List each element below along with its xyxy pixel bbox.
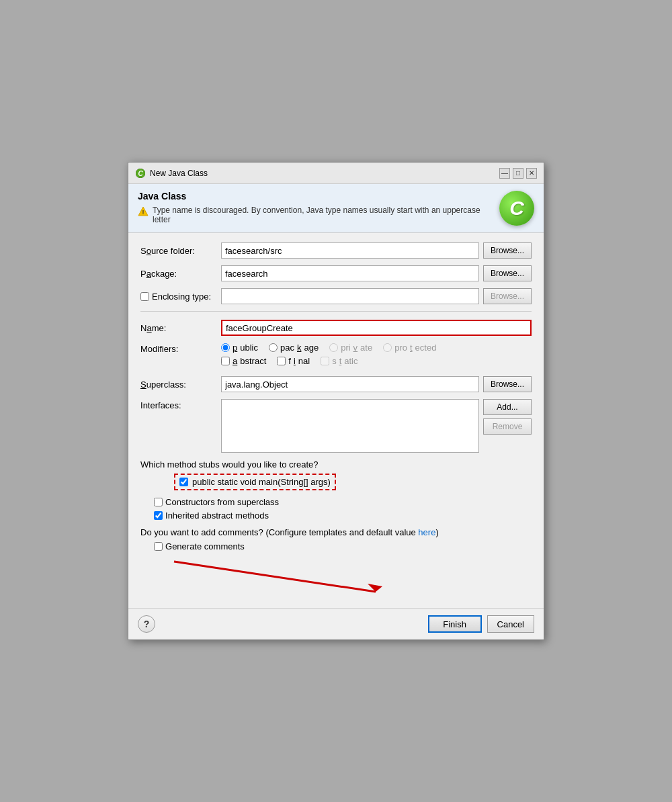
stub-inherited-checkbox[interactable] xyxy=(154,511,163,520)
interfaces-add-button[interactable]: Add... xyxy=(483,399,532,415)
interfaces-content: Add... Remove xyxy=(221,399,532,453)
dialog-footer: ? Finish Cancel xyxy=(128,608,544,639)
enclosing-type-input[interactable] xyxy=(221,288,479,304)
header-title: Java Class xyxy=(138,191,493,202)
window-controls: — □ ✕ xyxy=(499,168,537,179)
modifier-public-label[interactable]: public xyxy=(221,343,258,353)
minimize-button[interactable]: — xyxy=(499,168,510,179)
title-bar: C New Java Class — □ ✕ xyxy=(128,163,544,184)
package-input-group: Browse... xyxy=(221,265,532,281)
eclipse-logo: C xyxy=(499,191,534,226)
enclosing-type-browse-button[interactable]: Browse... xyxy=(483,288,532,304)
generate-comments-label[interactable]: Generate comments xyxy=(154,541,245,551)
modifier-abstract-checkbox[interactable] xyxy=(221,357,230,365)
generate-comments-item: Generate comments xyxy=(154,541,532,551)
enclosing-type-label: Enclosing type: xyxy=(152,292,211,302)
arrow-area xyxy=(140,558,532,598)
modifier-private-radio[interactable] xyxy=(329,343,338,352)
modifier-package-radio[interactable] xyxy=(269,343,278,352)
stub-inherited-text: Inherited abstract methods xyxy=(165,510,269,521)
package-input[interactable] xyxy=(221,265,479,281)
interfaces-buttons: Add... Remove xyxy=(483,399,532,453)
stub-inherited-item: Inherited abstract methods xyxy=(154,510,532,521)
footer-right: Finish Cancel xyxy=(428,615,534,633)
modifiers-content: public package private protected xyxy=(221,343,532,369)
modifiers-checkbox-line: abstract final static xyxy=(221,356,532,366)
stub-main-label[interactable]: public static void main(String[] args) xyxy=(174,474,336,490)
stub-constructors-label[interactable]: Constructors from superclass xyxy=(154,497,279,507)
warning-icon: ! xyxy=(138,206,149,217)
separator-1 xyxy=(140,311,532,312)
generate-comments-checkbox[interactable] xyxy=(154,542,163,551)
package-browse-button[interactable]: Browse... xyxy=(483,265,532,281)
help-button[interactable]: ? xyxy=(138,615,155,633)
name-row: Name: xyxy=(140,320,532,336)
enclosing-type-input-group: Browse... xyxy=(221,288,532,304)
modifier-package-label[interactable]: package xyxy=(269,343,319,353)
generate-comments-text: Generate comments xyxy=(165,541,245,551)
modifier-protected-radio[interactable] xyxy=(383,343,392,352)
cancel-button[interactable]: Cancel xyxy=(487,615,534,633)
arrow-annotation xyxy=(167,558,396,595)
source-folder-input[interactable] xyxy=(221,242,479,259)
modifier-protected-label[interactable]: protected xyxy=(383,343,436,353)
name-label: Name: xyxy=(140,323,221,333)
enclosing-type-row: Enclosing type: Browse... xyxy=(140,288,532,304)
name-input[interactable] xyxy=(221,320,532,336)
comments-here-link[interactable]: here xyxy=(418,527,435,537)
comments-title: Do you want to add comments? (Configure … xyxy=(140,527,532,537)
header-warning: ! Type name is discouraged. By conventio… xyxy=(138,206,493,224)
svg-text:C: C xyxy=(138,170,143,177)
svg-text:!: ! xyxy=(142,209,144,216)
stub-constructors-item: Constructors from superclass xyxy=(154,497,532,507)
modifiers-row: Modifiers: public package private xyxy=(140,343,532,369)
superclass-input[interactable] xyxy=(221,376,479,392)
modifier-abstract-label[interactable]: abstract xyxy=(221,356,266,366)
superclass-row: Superclass: Browse... xyxy=(140,376,532,392)
modifier-public-radio[interactable] xyxy=(221,343,230,352)
maximize-button[interactable]: □ xyxy=(513,168,523,179)
stub-constructors-checkbox[interactable] xyxy=(154,498,163,506)
source-folder-row: Source folder: Browse... xyxy=(140,242,532,259)
modifier-static-checkbox[interactable] xyxy=(321,357,329,365)
modifier-private-label[interactable]: private xyxy=(329,343,372,353)
interfaces-label: Interfaces: xyxy=(140,399,221,410)
interfaces-row: Interfaces: Add... Remove xyxy=(140,399,532,453)
window-title: New Java Class xyxy=(150,169,499,178)
superclass-label: Superclass: xyxy=(140,380,221,390)
close-button[interactable]: ✕ xyxy=(526,168,537,179)
comments-section: Do you want to add comments? (Configure … xyxy=(140,527,532,551)
interfaces-remove-button[interactable]: Remove xyxy=(483,418,532,435)
svg-line-5 xyxy=(174,562,376,592)
modifiers-radio-line: public package private protected xyxy=(221,343,532,353)
warning-text: Type name is discouraged. By convention,… xyxy=(153,206,493,224)
comments-title-text2: ) xyxy=(435,527,438,537)
finish-button[interactable]: Finish xyxy=(428,615,482,633)
name-input-group xyxy=(221,320,532,336)
modifier-final-checkbox[interactable] xyxy=(277,357,286,365)
modifiers-label: Modifiers: xyxy=(140,343,221,354)
source-folder-browse-button[interactable]: Browse... xyxy=(483,242,532,259)
stub-inherited-label[interactable]: Inherited abstract methods xyxy=(154,510,269,521)
enclosing-type-checkbox[interactable] xyxy=(140,292,149,301)
superclass-input-group: Browse... xyxy=(221,376,532,392)
superclass-browse-button[interactable]: Browse... xyxy=(483,376,532,392)
enclosing-type-label-group: Enclosing type: xyxy=(140,292,221,302)
stub-main-checkbox[interactable] xyxy=(179,478,188,486)
stub-constructors-text: Constructors from superclass xyxy=(165,497,279,507)
window-icon: C xyxy=(135,168,146,179)
comments-title-text1: Do you want to add comments? (Configure … xyxy=(140,527,418,537)
stubs-section: Which method stubs would you like to cre… xyxy=(140,459,532,521)
dialog-header: Java Class ! Type name is discouraged. B… xyxy=(128,184,544,233)
package-row: Package: Browse... xyxy=(140,265,532,281)
dialog-body: Source folder: Browse... Package: Browse… xyxy=(128,233,544,608)
modifier-static-label[interactable]: static xyxy=(321,356,358,366)
modifier-final-label[interactable]: final xyxy=(277,356,310,366)
stub-main-text: public static void main(String[] args) xyxy=(192,477,331,487)
header-left: Java Class ! Type name is discouraged. B… xyxy=(138,191,493,224)
stubs-title: Which method stubs would you like to cre… xyxy=(140,459,532,470)
dialog-window: C New Java Class — □ ✕ Java Class ! Type… xyxy=(128,162,544,640)
source-folder-label: Source folder: xyxy=(140,246,221,256)
footer-left: ? xyxy=(138,615,155,633)
interfaces-textarea[interactable] xyxy=(221,399,479,453)
